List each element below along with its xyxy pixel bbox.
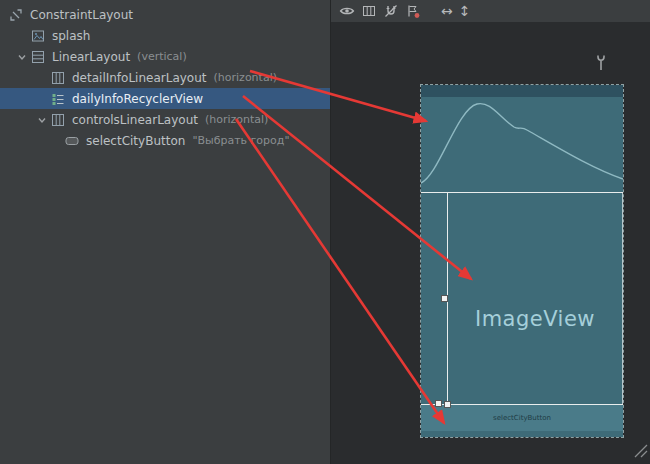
selection-handle-left-center[interactable]	[441, 295, 448, 302]
tree-item-suffix: (horizontal)	[214, 71, 277, 84]
preview-select-city-button-label: selectCityButton	[493, 414, 551, 422]
selection-bound-bottom	[421, 404, 623, 405]
chevron-down-icon[interactable]	[36, 114, 48, 126]
tree-item-detailinfolinearlayout[interactable]: detailInfoLinearLayout (horizontal)	[0, 67, 330, 88]
tree-item-suffix: (vertical)	[137, 50, 187, 63]
selection-handle-bottom-left[interactable]	[435, 400, 442, 407]
tree-item-constraintlayout[interactable]: ConstraintLayout	[0, 4, 330, 25]
tree-item-label: LinearLayout	[52, 50, 130, 64]
wrench-icon[interactable]	[594, 55, 608, 71]
preview-imageview-component[interactable]: ImageView	[447, 307, 623, 331]
tree-item-label: ConstraintLayout	[30, 8, 133, 22]
tree-item-selectcitybutton[interactable]: selectCityButton "Выбрать город"	[0, 130, 330, 151]
selection-bound-top	[421, 192, 623, 193]
button-icon	[64, 133, 80, 149]
tree-item-label: controlsLinearLayout	[72, 113, 198, 127]
device-preview[interactable]: ImageView selectCityButton	[421, 85, 623, 437]
selection-handle-bottom-corner[interactable]	[444, 401, 451, 408]
chevron-down-icon[interactable]	[16, 51, 28, 63]
preview-status-bar	[421, 85, 623, 97]
view-options-eye-icon[interactable]	[339, 3, 355, 19]
autoconnect-off-magnet-icon[interactable]	[383, 3, 399, 19]
linearlayout-horizontal-icon	[50, 70, 66, 86]
tree-item-label: splash	[52, 29, 90, 43]
tree-item-linearlayout[interactable]: LinearLayout (vertical)	[0, 46, 330, 67]
component-tree-panel: ConstraintLayout splash LinearLayout (ve…	[0, 0, 330, 464]
tree-item-suffix: (horizontal)	[205, 113, 268, 126]
blueprint-columns-icon[interactable]	[361, 3, 377, 19]
tree-item-controlslinearlayout[interactable]: controlsLinearLayout (horizontal)	[0, 109, 330, 130]
constraint-layout-icon	[8, 7, 24, 23]
recyclerview-icon	[50, 91, 66, 107]
tree-item-suffix: "Выбрать город"	[192, 134, 289, 147]
linearlayout-vertical-icon	[30, 49, 46, 65]
preview-select-city-button[interactable]: selectCityButton	[421, 404, 623, 431]
warnings-flag-icon[interactable]	[405, 3, 421, 19]
orientation-horizontal-icon[interactable]: ↔	[441, 3, 453, 19]
design-surface-panel: ↔ ↕ ImageView selectCityButton	[330, 0, 650, 464]
tree-item-splash[interactable]: splash	[0, 25, 330, 46]
selection-bound-right	[622, 192, 623, 405]
orientation-vertical-icon[interactable]: ↕	[459, 3, 471, 19]
preview-wave-graphic	[421, 97, 623, 192]
imageview-icon	[30, 28, 46, 44]
tree-item-label: selectCityButton	[86, 134, 185, 148]
design-toolbar: ↔ ↕	[331, 0, 650, 23]
tree-item-label: dailyInfoRecyclerView	[72, 92, 203, 106]
linearlayout-horizontal-icon	[50, 112, 66, 128]
window-resize-grip[interactable]	[634, 443, 648, 462]
tree-item-dailyinforecyclerview[interactable]: dailyInfoRecyclerView	[0, 88, 330, 109]
tree-item-label: detailInfoLinearLayout	[72, 71, 207, 85]
